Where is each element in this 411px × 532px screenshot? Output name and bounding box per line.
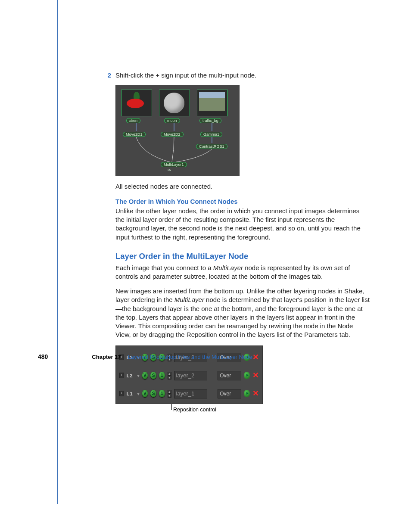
plus-icon: + [119,391,124,396]
after-step-text: All selected nodes are connected. [115,182,370,191]
delete-icon: ✕ [252,372,259,379]
port-label: IA [168,168,171,172]
node-view-screenshot: alien moon traffic_bg Move2D1 Move2D2 Ga… [115,85,240,176]
page-body: 2 Shift-click the + sign input of the mu… [57,0,376,404]
disclosure-icon: ▾ [137,373,140,379]
node-label-alien: alien [126,118,140,123]
node-multilayer: MultiLayer1 [161,162,187,167]
v-button: V [142,390,148,397]
page-footer: 480 Chapter 17 Layered Photoshop Files a… [57,353,376,361]
node-label-traffic: traffic_bg [199,118,221,123]
para-layerorder-2: New images are inserted from the bottom … [115,287,370,339]
disclosure-icon: ▾ [137,391,140,397]
thumb-traffic [197,90,228,116]
layer-row-1: + L1 ▾ V S 1 ▲▼ layer_1 Over ✕ [116,385,262,403]
v-button: V [142,372,148,379]
blend-mode: Over [218,389,241,398]
reposition-spinner: ▲▼ [168,390,171,398]
subhead-order: The Order in Which You Connect Nodes [115,197,370,206]
thumb-moon [159,90,190,116]
page-number: 480 [38,353,48,361]
para-layerorder-1: Each image that you connect to a MultiLa… [115,264,370,281]
one-button: 1 [159,372,165,379]
p1a: Each image that you connect to a [115,264,213,271]
layer-name: layer_2 [174,371,208,380]
node-gamma1: Gamma1 [200,132,222,137]
blend-mode: Over [218,371,241,380]
p1em: MultiLayer [213,264,243,271]
play-icon [244,390,250,397]
subhead-order-body: Unlike the other layer nodes, the order … [115,207,370,242]
step-text: Shift-click the + sign input of the mult… [115,71,256,80]
node-label-moon: moon [164,118,180,123]
layer-row-2: + L2 ▾ V S 1 ▲▼ layer_2 Over ✕ [116,367,262,385]
node-contrast: ContrastRGB1 [196,144,227,149]
node-move2d2: Move2D2 [161,132,184,137]
heading-layer-order: Layer Order in the MultiLayer Node [115,251,370,262]
step-number: 2 [106,71,111,80]
layer-tag: L1 [127,391,134,396]
step-2: 2 Shift-click the + sign input of the mu… [115,71,370,80]
layer-name: layer_1 [174,389,208,398]
node-move2d1: Move2D1 [123,132,146,137]
layer-tag: L2 [127,373,134,378]
one-button: 1 [159,390,165,397]
chapter-title: Layered Photoshop Files and the MultiLay… [128,353,252,361]
p2em: MultiLayer [174,296,204,303]
play-icon [244,372,250,379]
plus-icon: + [119,373,124,378]
s-button: S [150,390,156,397]
thumb-alien [121,90,152,116]
callout-label: Reposition control [173,407,216,413]
s-button: S [150,372,156,379]
reposition-spinner: ▲▼ [168,372,171,380]
delete-icon: ✕ [252,390,259,397]
chapter-label: Chapter 17 [92,353,121,361]
